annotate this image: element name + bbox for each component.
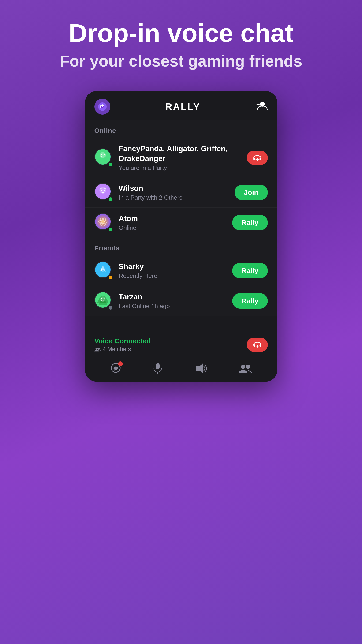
- wilson-name: Wilson: [119, 184, 234, 193]
- svg-point-13: [104, 154, 105, 156]
- voice-connected-label: Voice Connected: [94, 337, 247, 345]
- svg-rect-46: [156, 363, 160, 369]
- voice-end-call-button[interactable]: [247, 338, 268, 352]
- atom-avatar-group: [94, 213, 113, 232]
- tab-mic[interactable]: [152, 362, 163, 374]
- svg-point-36: [104, 298, 105, 299]
- sharky-rally-button[interactable]: Rally: [232, 263, 268, 278]
- party-status-badge: [108, 162, 113, 167]
- tarzan-rally-button[interactable]: Rally: [232, 293, 268, 309]
- sharky-status: Recently Here: [119, 272, 232, 280]
- svg-point-50: [241, 365, 245, 369]
- svg-point-22: [100, 190, 102, 192]
- voice-bar: Voice Connected 4 Members: [85, 330, 277, 357]
- atom-rally-button[interactable]: Rally: [232, 215, 268, 230]
- hero-subtitle: For your closest gaming friends: [60, 52, 302, 70]
- wilson-status-badge: [108, 196, 113, 202]
- sharky-avatar-group: [94, 261, 113, 280]
- sharky-info: Sharky Recently Here: [119, 262, 232, 280]
- app-frame: RALLY Online: [85, 91, 277, 382]
- svg-rect-20: [100, 188, 102, 190]
- svg-rect-14: [253, 158, 255, 160]
- app-title: RALLY: [166, 102, 200, 112]
- svg-rect-45: [114, 367, 118, 370]
- end-call-button[interactable]: [247, 151, 268, 165]
- wilson-info: Wilson In a Party with 2 Others: [119, 184, 234, 202]
- app-logo-icon[interactable]: [94, 99, 110, 114]
- tab-bar: [85, 357, 277, 382]
- tarzan-status: Last Online 1h ago: [119, 302, 232, 310]
- svg-rect-39: [253, 344, 255, 347]
- svg-rect-21: [104, 188, 106, 190]
- party-info: FancyPanda, Alligator, Griffen, DrakeDan…: [119, 144, 247, 172]
- svg-marker-49: [196, 364, 203, 373]
- user-row-tarzan: Tarzan Last Online 1h ago Rally: [85, 286, 277, 316]
- online-section: Online: [85, 120, 277, 316]
- tarzan-avatar-group: [94, 292, 113, 310]
- tarzan-status-badge: [108, 305, 113, 310]
- hero-title: Drop-in voice chat: [69, 19, 294, 47]
- svg-rect-40: [259, 344, 261, 347]
- party-names: FancyPanda, Alligator, Griffen, DrakeDan…: [119, 144, 247, 163]
- atom-name: Atom: [119, 214, 232, 224]
- party-status: You are in a Party: [119, 164, 247, 172]
- svg-rect-15: [259, 158, 261, 160]
- online-section-label: Online: [85, 120, 277, 138]
- svg-point-12: [100, 154, 102, 156]
- sharky-name: Sharky: [119, 262, 232, 272]
- tab-speaker[interactable]: [194, 362, 208, 374]
- svg-point-3: [103, 106, 104, 107]
- party-avatar-group: [94, 148, 113, 167]
- tarzan-info: Tarzan Last Online 1h ago: [119, 292, 232, 310]
- user-row-atom: Atom Online Rally: [85, 208, 277, 238]
- atom-info: Atom Online: [119, 214, 232, 232]
- tab-friends[interactable]: [238, 362, 252, 374]
- wilson-avatar-group: [94, 183, 113, 202]
- wilson-join-button[interactable]: Join: [234, 185, 268, 200]
- atom-status: Online: [119, 224, 232, 232]
- party-row: FancyPanda, Alligator, Griffen, DrakeDan…: [85, 138, 277, 178]
- wilson-status: In a Party with 2 Others: [119, 194, 234, 201]
- add-user-button[interactable]: [256, 101, 268, 112]
- svg-point-38: [98, 348, 100, 350]
- svg-point-31: [101, 268, 102, 270]
- atom-status-badge: [108, 227, 113, 232]
- user-row-wilson: Wilson In a Party with 2 Others Join: [85, 178, 277, 208]
- svg-rect-4: [101, 107, 104, 108]
- user-row-sharky: Sharky Recently Here Rally: [85, 256, 277, 286]
- svg-point-51: [246, 365, 250, 369]
- svg-point-32: [103, 268, 104, 270]
- chat-notification-badge: [118, 361, 123, 366]
- svg-point-37: [95, 348, 98, 350]
- friends-section-label: Friends: [85, 238, 277, 256]
- svg-point-23: [104, 190, 105, 192]
- voice-members-label: 4 Members: [94, 346, 247, 352]
- svg-rect-5: [102, 104, 103, 105]
- tarzan-name: Tarzan: [119, 292, 232, 302]
- voice-info: Voice Connected 4 Members: [94, 337, 247, 352]
- tab-chat[interactable]: [110, 362, 122, 375]
- app-header: RALLY: [85, 91, 277, 120]
- svg-point-35: [101, 298, 102, 299]
- sharky-status-badge: [108, 275, 113, 280]
- svg-point-2: [100, 106, 102, 107]
